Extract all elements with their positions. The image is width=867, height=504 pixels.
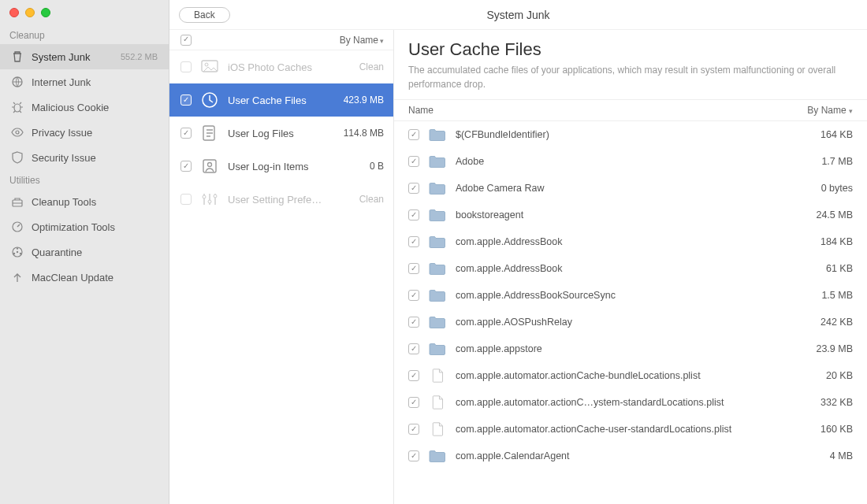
sidebar-item-optimization-tools[interactable]: Optimization Tools xyxy=(0,214,169,239)
sidebar-section-label: Cleanup xyxy=(0,25,169,44)
file-icon xyxy=(429,422,446,436)
file-checkbox[interactable] xyxy=(408,129,419,140)
sidebar-item-macclean-update[interactable]: MacClean Update xyxy=(0,265,169,290)
category-row[interactable]: User Log Files 114.8 MB xyxy=(169,117,393,150)
category-sort-dropdown[interactable]: By Name▾ xyxy=(340,35,384,46)
file-row[interactable]: Adobe 1.7 MB xyxy=(394,148,867,175)
sidebar-item-label: Quarantine xyxy=(32,246,82,258)
file-row[interactable]: com.apple.automator.actionCache-user-sta… xyxy=(394,416,867,443)
window-title: System Junk xyxy=(169,9,867,21)
file-row[interactable]: com.apple.AddressBook 61 KB xyxy=(394,255,867,282)
zoom-window-button[interactable] xyxy=(41,8,50,17)
category-size: 423.9 MB xyxy=(344,94,384,106)
detail-panel: User Cache Files The accumulated cache f… xyxy=(394,30,867,504)
folder-icon xyxy=(429,342,446,356)
gauge-icon xyxy=(11,220,24,233)
category-row[interactable]: User Setting Prefe… Clean xyxy=(169,183,393,216)
file-size: 20 KB xyxy=(826,370,853,381)
sidebar-item-label: Malicious Cookie xyxy=(32,102,109,113)
file-row[interactable]: $(CFBundleIdentifier) 164 KB xyxy=(394,121,867,148)
file-row[interactable]: com.apple.AddressBook 184 KB xyxy=(394,228,867,255)
file-checkbox[interactable] xyxy=(408,183,419,194)
category-size: 114.8 MB xyxy=(344,128,384,139)
folder-icon xyxy=(429,235,446,249)
sidebar-item-security-issue[interactable]: Security Issue xyxy=(0,145,169,170)
bug-icon xyxy=(11,101,24,113)
category-size: Clean xyxy=(359,61,384,72)
file-row[interactable]: com.apple.automator.actionCache-bundleLo… xyxy=(394,362,867,389)
sidebar-item-label: Security Issue xyxy=(32,152,96,164)
sidebar-item-malicious-cookie[interactable]: Malicious Cookie xyxy=(0,94,169,120)
file-name: Adobe xyxy=(456,156,484,167)
select-all-checkbox[interactable] xyxy=(180,35,192,46)
minimize-window-button[interactable] xyxy=(25,8,35,17)
window-controls xyxy=(0,0,169,25)
file-checkbox[interactable] xyxy=(408,263,419,274)
file-size: 1.7 MB xyxy=(821,156,853,167)
category-row[interactable]: User Cache Files 423.9 MB xyxy=(169,83,393,117)
file-name: com.apple.AddressBook xyxy=(456,263,563,274)
file-size: 24.5 MB xyxy=(816,209,853,220)
file-checkbox[interactable] xyxy=(408,343,419,354)
sidebar: Cleanup System Junk 552.2 MB Internet Ju… xyxy=(0,0,169,504)
file-icon xyxy=(429,369,446,383)
file-checkbox[interactable] xyxy=(408,397,419,408)
toolbox-icon xyxy=(11,195,24,208)
file-row[interactable]: Adobe Camera Raw 0 bytes xyxy=(394,175,867,202)
detail-sort-dropdown[interactable]: By Name ▾ xyxy=(807,105,853,116)
sidebar-item-label: MacClean Update xyxy=(32,272,113,284)
eye-icon xyxy=(11,126,24,139)
file-size: 0 bytes xyxy=(821,183,853,194)
file-name: $(CFBundleIdentifier) xyxy=(456,129,549,140)
sidebar-item-privacy-issue[interactable]: Privacy Issue xyxy=(0,120,169,145)
trash-icon xyxy=(11,50,24,63)
file-row[interactable]: com.apple.CalendarAgent 4 MB xyxy=(394,443,867,469)
file-checkbox[interactable] xyxy=(408,370,419,381)
file-row[interactable]: com.apple.AddressBookSourceSync 1.5 MB xyxy=(394,282,867,309)
category-checkbox[interactable] xyxy=(180,128,192,139)
file-row[interactable]: bookstoreagent 24.5 MB xyxy=(394,202,867,228)
category-row[interactable]: iOS Photo Caches Clean xyxy=(169,50,393,83)
file-row[interactable]: com.apple.appstore 23.9 MB xyxy=(394,335,867,362)
category-checkbox[interactable] xyxy=(180,94,192,106)
category-row[interactable]: User Log-in Items 0 B xyxy=(169,150,393,183)
file-size: 164 KB xyxy=(820,129,853,140)
file-size: 4 MB xyxy=(830,450,853,461)
globe-icon xyxy=(11,76,24,88)
sidebar-item-system-junk[interactable]: System Junk 552.2 MB xyxy=(0,44,169,69)
file-checkbox[interactable] xyxy=(408,317,419,328)
folder-icon xyxy=(429,288,446,302)
folder-icon xyxy=(429,154,446,169)
category-checkbox[interactable] xyxy=(180,194,192,205)
file-row[interactable]: com.apple.AOSPushRelay 242 KB xyxy=(394,309,867,335)
file-checkbox[interactable] xyxy=(408,236,419,247)
file-size: 184 KB xyxy=(820,236,853,247)
file-name: com.apple.automator.actionC…ystem-standa… xyxy=(456,397,724,408)
file-checkbox[interactable] xyxy=(408,156,419,167)
file-checkbox[interactable] xyxy=(408,290,419,301)
login-icon xyxy=(201,158,218,175)
back-button[interactable]: Back xyxy=(179,7,230,23)
category-label: User Log-in Items xyxy=(228,161,309,172)
sidebar-item-internet-junk[interactable]: Internet Junk xyxy=(0,69,169,94)
column-name-header[interactable]: Name xyxy=(408,105,434,116)
file-size: 23.9 MB xyxy=(816,343,853,354)
file-size: 61 KB xyxy=(826,263,853,274)
file-checkbox[interactable] xyxy=(408,424,419,435)
shield-icon xyxy=(11,151,24,164)
sidebar-item-cleanup-tools[interactable]: Cleanup Tools xyxy=(0,189,169,214)
file-checkbox[interactable] xyxy=(408,209,419,220)
file-checkbox[interactable] xyxy=(408,450,419,461)
file-name: com.apple.automator.actionCache-user-sta… xyxy=(456,424,731,435)
file-row[interactable]: com.apple.automator.actionC…ystem-standa… xyxy=(394,389,867,416)
category-checkbox[interactable] xyxy=(180,61,192,72)
folder-icon xyxy=(429,449,446,463)
photo-icon xyxy=(201,58,218,76)
category-checkbox[interactable] xyxy=(180,161,192,172)
close-window-button[interactable] xyxy=(9,8,19,17)
category-size: Clean xyxy=(359,194,384,205)
file-name: com.apple.AOSPushRelay xyxy=(456,317,572,328)
sidebar-item-label: Privacy Issue xyxy=(32,127,92,139)
sidebar-item-label: Internet Junk xyxy=(32,76,91,88)
sidebar-item-quarantine[interactable]: Quarantine xyxy=(0,239,169,265)
